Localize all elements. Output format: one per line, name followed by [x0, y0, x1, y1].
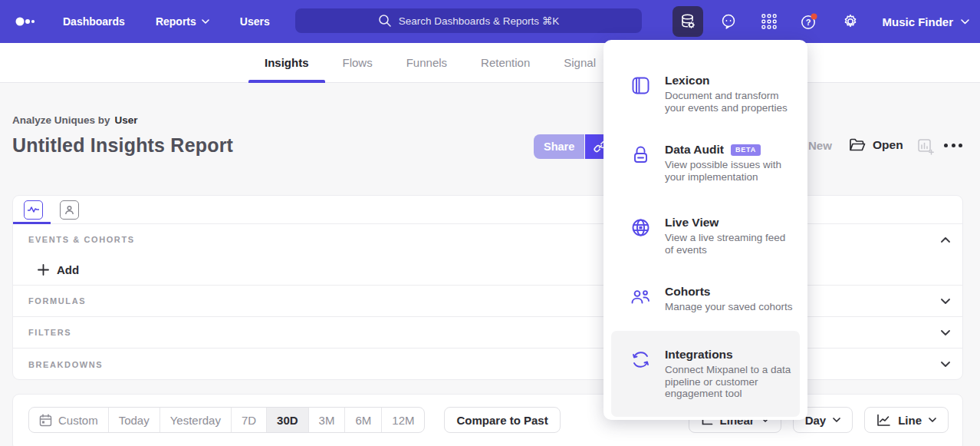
chart-toolbar: Custom Today Yesterday 7D 30D 3M 6M 12M … — [28, 407, 949, 433]
section-filters[interactable]: FILTERS — [13, 317, 962, 349]
feedback-icon[interactable] — [713, 6, 744, 37]
menu-item-description: Connect Mixpanel to a data pipeline or c… — [665, 364, 797, 400]
beta-badge: BETA — [731, 144, 761, 156]
tab-funnels[interactable]: Funnels — [406, 43, 447, 83]
report-subtitle: Analyze Uniques byUser — [12, 114, 138, 126]
events-tab[interactable] — [24, 200, 43, 220]
caret-down-icon — [929, 418, 936, 422]
chevron-down-icon[interactable] — [941, 362, 950, 367]
lexicon-icon — [630, 74, 652, 114]
project-switcher[interactable]: Music Finder — [882, 15, 969, 28]
nav-dashboards[interactable]: Dashboards — [63, 15, 125, 28]
mixpanel-logo-icon[interactable] — [15, 16, 38, 27]
range-today[interactable]: Today — [108, 408, 159, 432]
chevron-up-icon[interactable] — [941, 237, 950, 243]
tab-flows[interactable]: Flows — [343, 43, 373, 83]
section-label: FILTERS — [28, 328, 71, 337]
topbar-utility-icons: ? Music Finder — [673, 0, 969, 43]
compare-label: Compare to Past — [456, 414, 548, 427]
subtitle-prefix: Analyze Uniques by — [12, 114, 110, 126]
tab-insights[interactable]: Insights — [265, 43, 309, 83]
header-actions: Share New Open — [0, 134, 980, 159]
caret-down-icon — [202, 19, 209, 24]
nav-dashboards-label: Dashboards — [63, 15, 125, 28]
interval-label: Day — [805, 414, 827, 427]
section-formulas[interactable]: FORMULAS — [13, 286, 962, 317]
range-3m[interactable]: 3M — [308, 408, 345, 432]
cohorts-icon — [630, 285, 652, 313]
range-30d[interactable]: 30D — [266, 408, 308, 432]
range-7d[interactable]: 7D — [231, 408, 266, 432]
menu-item-data-audit[interactable]: Data Audit BETA View possible issues wit… — [611, 137, 800, 189]
add-to-board-icon[interactable] — [917, 138, 935, 156]
range-12m[interactable]: 12M — [381, 408, 424, 432]
date-range-segmented-control: Custom Today Yesterday 7D 30D 3M 6M 12M — [28, 407, 425, 433]
more-options-button[interactable] — [944, 144, 962, 147]
profiles-tab[interactable] — [60, 200, 79, 220]
menu-item-cohorts[interactable]: Cohorts Manage your saved cohorts — [611, 279, 800, 319]
data-settings-icon[interactable] — [673, 6, 703, 37]
range-custom[interactable]: Custom — [29, 408, 108, 432]
new-report-button[interactable]: New — [808, 139, 832, 152]
range-label: Custom — [58, 414, 98, 427]
chart-type-dropdown[interactable]: Line — [864, 407, 949, 433]
tab-signal[interactable]: Signal — [564, 43, 596, 83]
range-6m[interactable]: 6M — [344, 408, 381, 432]
menu-item-lexicon[interactable]: Lexicon Document and transform your even… — [611, 68, 800, 120]
nav-users[interactable]: Users — [240, 15, 270, 28]
section-label: FORMULAS — [28, 296, 86, 306]
live-view-icon — [630, 216, 652, 256]
line-chart-icon — [876, 414, 891, 427]
menu-item-integrations[interactable]: Integrations Connect Mixpanel to a data … — [611, 331, 800, 417]
top-navigation-bar: Dashboards Reports Users Search Dashboar… — [0, 0, 980, 43]
help-icon[interactable]: ? — [794, 6, 825, 37]
apps-grid-icon[interactable] — [754, 6, 784, 37]
menu-item-description: Manage your saved cohorts — [665, 301, 797, 313]
add-event-button[interactable]: Add — [13, 255, 962, 286]
tab-retention[interactable]: Retention — [481, 43, 530, 83]
menu-item-description: View a live streaming feed of events — [665, 232, 797, 256]
report-tabbar: Insights Flows Funnels Retention Signal … — [0, 43, 980, 83]
calendar-icon — [39, 414, 52, 427]
section-events-cohorts[interactable]: EVENTS & COHORTS — [13, 224, 962, 255]
caret-down-icon — [833, 418, 840, 422]
section-breakdowns[interactable]: BREAKDOWNS — [13, 349, 962, 380]
query-builder-panel: EVENTS & COHORTS Add FORMULAS FILTERS BR… — [12, 195, 963, 380]
global-search-input[interactable]: Search Dashboards & Reports ⌘K — [295, 8, 642, 33]
section-label: EVENTS & COHORTS — [28, 235, 135, 244]
svg-text:?: ? — [806, 18, 811, 27]
menu-item-live-view[interactable]: Live View View a live streaming feed of … — [611, 210, 800, 262]
project-name: Music Finder — [882, 15, 953, 28]
menu-item-title: Data Audit — [665, 143, 724, 157]
open-label: Open — [873, 138, 903, 152]
search-placeholder: Search Dashboards & Reports ⌘K — [399, 15, 559, 27]
nav-reports[interactable]: Reports — [156, 15, 209, 28]
folder-icon — [849, 137, 866, 153]
chart-toolbar-panel: Custom Today Yesterday 7D 30D 3M 6M 12M … — [12, 394, 963, 446]
notification-dot — [811, 14, 817, 20]
nav-users-label: Users — [240, 15, 270, 28]
menu-item-title: Lexicon — [665, 74, 710, 88]
menu-item-title: Live View — [665, 216, 719, 230]
menu-item-title: Integrations — [665, 348, 733, 362]
range-yesterday[interactable]: Yesterday — [159, 408, 231, 432]
chevron-down-icon[interactable] — [941, 330, 950, 335]
open-report-button[interactable]: Open — [849, 137, 903, 153]
data-audit-icon — [630, 143, 652, 183]
primary-nav: Dashboards Reports Users — [63, 15, 270, 28]
subtitle-measure[interactable]: User — [115, 114, 138, 126]
plus-icon — [38, 264, 49, 276]
compare-to-past-button[interactable]: Compare to Past — [444, 407, 560, 433]
settings-gear-icon[interactable] — [835, 6, 866, 37]
chart-type-label: Line — [898, 414, 922, 427]
app-window: Dashboards Reports Users Search Dashboar… — [0, 0, 980, 446]
builder-icon-tabs — [13, 196, 962, 224]
add-label: Add — [57, 263, 79, 276]
caret-down-icon — [961, 19, 969, 25]
chart-pulse-icon — [28, 205, 39, 214]
share-button[interactable]: Share — [534, 134, 584, 159]
tools-dropdown-menu: Lexicon Document and transform your even… — [603, 40, 807, 420]
section-label: BREAKDOWNS — [28, 360, 103, 369]
chevron-down-icon[interactable] — [941, 299, 950, 304]
integrations-icon — [630, 348, 652, 400]
